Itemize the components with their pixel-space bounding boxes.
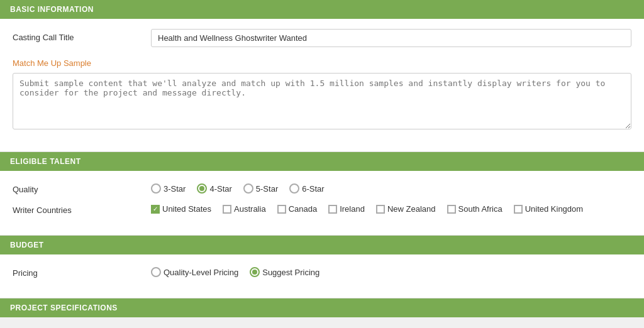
- country-new-zealand[interactable]: New Zealand: [376, 204, 436, 214]
- writer-countries-label: Writer Countries: [13, 202, 151, 215]
- quality-5star[interactable]: 5-Star: [243, 183, 278, 194]
- quality-label: Quality: [13, 181, 151, 194]
- quality-options: 3-Star 4-Star 5-Star 6-Star: [151, 181, 631, 194]
- quality-3star-label: 3-Star: [164, 184, 186, 194]
- eligible-talent-header: ELIGIBLE TALENT: [0, 152, 644, 171]
- writer-countries-row: Writer Countries United States Australia…: [13, 202, 631, 215]
- casting-call-title-input[interactable]: [151, 29, 631, 47]
- country-ireland-label: Ireland: [340, 204, 365, 214]
- country-united-kingdom[interactable]: United Kingdom: [514, 204, 584, 214]
- casting-call-title-field-wrapper: [151, 29, 631, 47]
- country-ireland[interactable]: Ireland: [328, 204, 365, 214]
- pricing-row: Pricing Quality-Level Pricing Suggest Pr…: [13, 265, 631, 278]
- country-united-states[interactable]: United States: [151, 204, 211, 214]
- basic-information-header: BASIC INFORMATION: [0, 0, 644, 19]
- casting-call-title-label: Casting Call Title: [13, 29, 151, 42]
- match-me-up-label: Match Me Up Sample: [13, 55, 151, 68]
- country-south-africa-checkbox[interactable]: [447, 205, 456, 214]
- country-ireland-checkbox[interactable]: [328, 205, 337, 214]
- pricing-quality-level-label: Quality-Level Pricing: [164, 268, 238, 277]
- quality-5star-label: 5-Star: [256, 184, 278, 194]
- pricing-quality-level-radio[interactable]: [151, 267, 161, 277]
- budget-section: BUDGET Pricing Quality-Level Pricing Sug…: [0, 236, 644, 298]
- country-united-states-checkbox[interactable]: [151, 205, 160, 214]
- quality-3star[interactable]: 3-Star: [151, 183, 186, 194]
- pricing-suggest-radio[interactable]: [250, 267, 260, 277]
- country-canada-label: Canada: [289, 204, 318, 214]
- eligible-talent-section: ELIGIBLE TALENT Quality 3-Star 4-Star: [0, 152, 644, 236]
- match-me-up-textarea[interactable]: [13, 73, 631, 129]
- pricing-radio-group: Quality-Level Pricing Suggest Pricing: [151, 265, 631, 277]
- country-south-africa[interactable]: South Africa: [447, 204, 502, 214]
- budget-body: Pricing Quality-Level Pricing Suggest Pr…: [0, 254, 644, 298]
- country-united-kingdom-checkbox[interactable]: [514, 205, 523, 214]
- quality-6star[interactable]: 6-Star: [289, 183, 324, 194]
- quality-4star-radio[interactable]: [197, 183, 207, 194]
- quality-3star-radio[interactable]: [151, 183, 161, 194]
- quality-4star[interactable]: 4-Star: [197, 183, 231, 194]
- budget-header: BUDGET: [0, 236, 644, 254]
- pricing-options: Quality-Level Pricing Suggest Pricing: [151, 265, 631, 277]
- casting-call-title-row: Casting Call Title: [13, 29, 631, 47]
- pricing-label: Pricing: [13, 265, 151, 278]
- quality-radio-group: 3-Star 4-Star 5-Star 6-Star: [151, 181, 631, 194]
- quality-5star-radio[interactable]: [243, 183, 253, 194]
- pricing-suggest[interactable]: Suggest Pricing: [250, 267, 319, 277]
- country-australia-checkbox[interactable]: [223, 205, 231, 214]
- quality-row: Quality 3-Star 4-Star 5-Star: [13, 181, 631, 194]
- pricing-quality-level[interactable]: Quality-Level Pricing: [151, 267, 238, 277]
- project-specifications-section: PROJECT SPECIFICATIONS: [0, 298, 644, 317]
- writer-countries-options: United States Australia Canada Ireland: [151, 202, 631, 214]
- country-australia-label: Australia: [234, 204, 266, 214]
- country-united-kingdom-label: United Kingdom: [525, 204, 584, 214]
- basic-information-section: BASIC INFORMATION Casting Call Title Mat…: [0, 0, 644, 152]
- quality-6star-label: 6-Star: [302, 184, 324, 194]
- basic-information-body: Casting Call Title Match Me Up Sample: [0, 19, 644, 152]
- country-south-africa-label: South Africa: [458, 204, 502, 214]
- match-me-up-textarea-wrapper: [13, 73, 631, 131]
- project-specifications-header: PROJECT SPECIFICATIONS: [0, 298, 644, 317]
- countries-checkbox-group: United States Australia Canada Ireland: [151, 202, 631, 214]
- country-australia[interactable]: Australia: [223, 204, 266, 214]
- match-me-up-row: Match Me Up Sample: [13, 55, 631, 131]
- pricing-suggest-label: Suggest Pricing: [262, 268, 319, 277]
- country-canada[interactable]: Canada: [277, 204, 318, 214]
- country-new-zealand-label: New Zealand: [387, 204, 436, 214]
- country-united-states-label: United States: [162, 204, 211, 214]
- quality-6star-radio[interactable]: [289, 183, 299, 194]
- quality-4star-label: 4-Star: [209, 184, 231, 194]
- country-canada-checkbox[interactable]: [277, 205, 286, 214]
- country-new-zealand-checkbox[interactable]: [376, 205, 385, 214]
- eligible-talent-body: Quality 3-Star 4-Star 5-Star: [0, 171, 644, 236]
